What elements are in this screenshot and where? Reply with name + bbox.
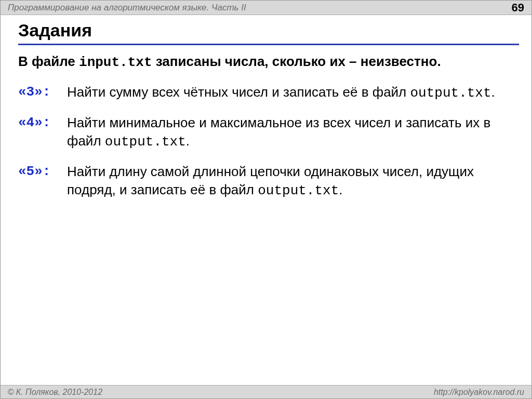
intro-after: записаны числа, сколько их – неизвестно. bbox=[152, 54, 441, 69]
section-heading: Задания bbox=[18, 20, 519, 45]
task-item: «3»: Найти сумму всех чётных чисел и зап… bbox=[18, 83, 519, 102]
page-number: 69 bbox=[512, 1, 524, 15]
task-label: «5»: bbox=[18, 163, 67, 181]
task-text: Найти минимальное и максимальное из всех… bbox=[67, 114, 519, 151]
task-before: Найти сумму всех чётных чисел и записать… bbox=[67, 84, 410, 100]
task-label: «3»: bbox=[18, 83, 67, 101]
task-text: Найти длину самой длинной цепочки одинак… bbox=[67, 163, 519, 200]
copyright-text: К. Поляков, 2010-2012 bbox=[16, 388, 102, 396]
task-after: . bbox=[491, 84, 495, 100]
task-item: «4»: Найти минимальное и максимальное из… bbox=[18, 114, 519, 151]
task-text: Найти сумму всех чётных чисел и записать… bbox=[67, 83, 519, 102]
intro-text: В файле input.txt записаны числа, скольк… bbox=[18, 52, 519, 72]
task-code: output.txt bbox=[258, 183, 339, 198]
footer-copyright: ©К. Поляков, 2010-2012 bbox=[8, 388, 102, 397]
task-code: output.txt bbox=[105, 134, 186, 150]
task-after: . bbox=[339, 182, 342, 197]
task-after: . bbox=[186, 133, 190, 149]
header-title: Программирование на алгоритмическом язык… bbox=[8, 3, 246, 13]
slide-footer: ©К. Поляков, 2010-2012 http://kpolyakov.… bbox=[1, 385, 531, 398]
slide-header: Программирование на алгоритмическом язык… bbox=[1, 1, 531, 15]
intro-code: input.txt bbox=[79, 55, 152, 70]
intro-before: В файле bbox=[18, 54, 79, 69]
task-label: «4»: bbox=[18, 114, 67, 132]
slide: Программирование на алгоритмическом язык… bbox=[0, 0, 532, 399]
task-code: output.txt bbox=[410, 85, 491, 101]
footer-url: http://kpolyakov.narod.ru bbox=[434, 388, 524, 397]
copyright-icon: © bbox=[8, 388, 14, 396]
slide-body: Задания В файле input.txt записаны числа… bbox=[1, 15, 531, 385]
task-item: «5»: Найти длину самой длинной цепочки о… bbox=[18, 163, 519, 200]
